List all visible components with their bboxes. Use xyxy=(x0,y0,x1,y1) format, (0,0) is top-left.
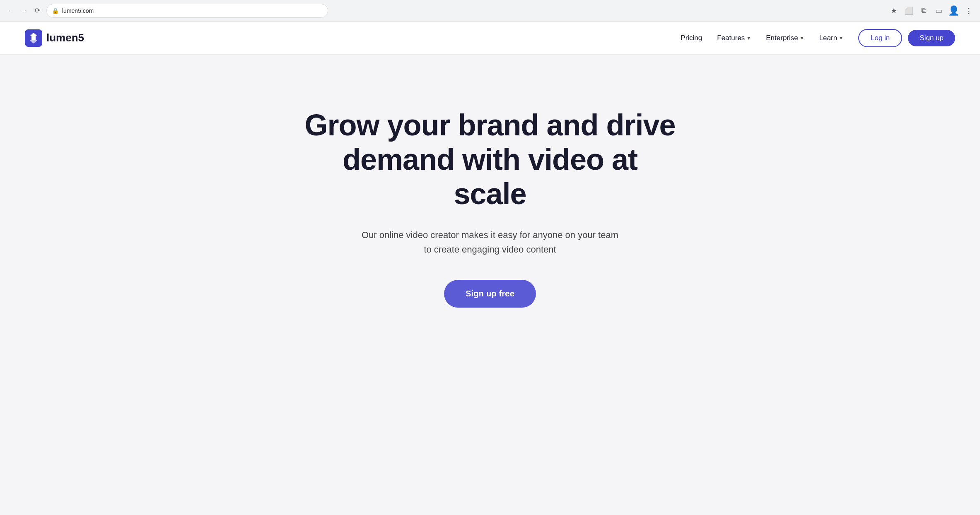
security-icon: 🔒 xyxy=(52,7,59,14)
menu-button[interactable]: ⋮ xyxy=(962,4,975,17)
profile-button[interactable]: 👤 xyxy=(947,4,960,17)
login-button[interactable]: Log in xyxy=(858,29,902,47)
extensions-icon: ⬜ xyxy=(904,6,913,15)
hero-title: Grow your brand and drive demand with vi… xyxy=(304,108,676,211)
enterprise-chevron-icon: ▼ xyxy=(800,36,804,41)
browser-chrome: ← → ⟳ 🔒 lumen5.com ★ ⬜ ⧉ ▭ 👤 ⋮ xyxy=(0,0,980,22)
forward-button[interactable]: → xyxy=(18,5,30,17)
sidebar-icon: ▭ xyxy=(935,6,942,15)
back-icon: ← xyxy=(7,7,14,14)
media-button[interactable]: ⧉ xyxy=(917,4,930,17)
nav-features[interactable]: Features ▼ xyxy=(717,34,751,42)
forward-icon: → xyxy=(21,7,27,14)
main-nav: lumen5 Pricing Features ▼ Enterprise ▼ L… xyxy=(0,22,980,55)
enterprise-label: Enterprise xyxy=(766,34,798,42)
website-content: lumen5 Pricing Features ▼ Enterprise ▼ L… xyxy=(0,22,980,515)
address-bar[interactable]: 🔒 lumen5.com xyxy=(46,4,328,18)
hero-section: Grow your brand and drive demand with vi… xyxy=(0,55,980,344)
browser-nav-buttons: ← → ⟳ xyxy=(5,5,43,17)
browser-toolbar-right: ★ ⬜ ⧉ ▭ 👤 ⋮ xyxy=(887,4,975,17)
bookmark-icon: ★ xyxy=(891,6,897,15)
back-button[interactable]: ← xyxy=(5,5,17,17)
nav-pricing[interactable]: Pricing xyxy=(681,34,702,42)
hero-subtitle: Our online video creator makes it easy f… xyxy=(357,228,623,257)
pricing-label: Pricing xyxy=(681,34,702,42)
media-icon: ⧉ xyxy=(921,6,927,15)
learn-label: Learn xyxy=(819,34,837,42)
hero-cta-button[interactable]: Sign up free xyxy=(444,280,536,308)
nav-links: Pricing Features ▼ Enterprise ▼ Learn ▼ xyxy=(681,34,843,42)
features-chevron-icon: ▼ xyxy=(746,36,751,41)
sidebar-button[interactable]: ▭ xyxy=(932,4,945,17)
profile-icon: 👤 xyxy=(948,5,959,16)
reload-icon: ⟳ xyxy=(35,7,40,14)
learn-chevron-icon: ▼ xyxy=(839,36,843,41)
features-label: Features xyxy=(717,34,745,42)
nav-enterprise[interactable]: Enterprise ▼ xyxy=(766,34,804,42)
logo-link[interactable]: lumen5 xyxy=(25,29,84,47)
reload-button[interactable]: ⟳ xyxy=(31,5,43,17)
signup-button[interactable]: Sign up xyxy=(908,30,955,46)
logo-text: lumen5 xyxy=(46,31,84,44)
nav-actions: Log in Sign up xyxy=(858,29,955,47)
menu-icon: ⋮ xyxy=(965,6,972,15)
bookmark-button[interactable]: ★ xyxy=(887,4,900,17)
extensions-button[interactable]: ⬜ xyxy=(902,4,915,17)
url-text: lumen5.com xyxy=(62,7,323,14)
nav-learn[interactable]: Learn ▼ xyxy=(819,34,843,42)
logo-icon xyxy=(25,29,42,47)
